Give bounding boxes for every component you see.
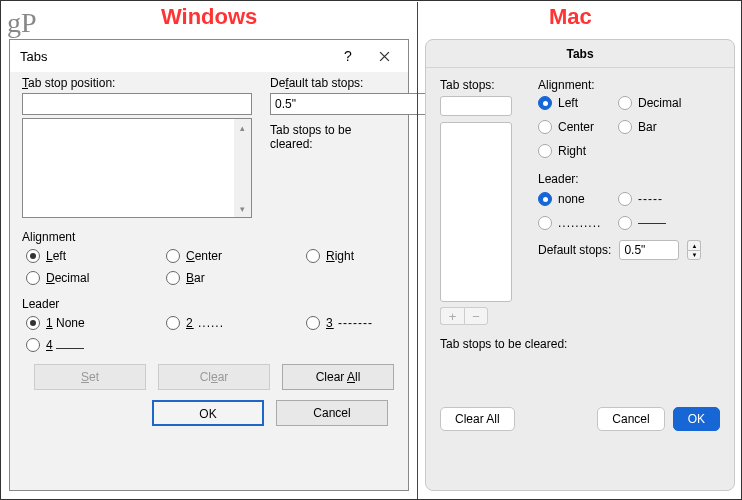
alignment-section-label: Alignment (22, 230, 396, 244)
default-stops-label: Default stops: (538, 243, 611, 257)
windows-dialog-title: Tabs (20, 49, 330, 64)
tab-stops-cleared-label: Tab stops to be cleared: (440, 337, 720, 351)
default-tab-stops-label: Default tab stops: (270, 76, 396, 90)
default-stops-stepper[interactable]: ▲ ▼ (687, 240, 701, 260)
windows-heading: Windows (161, 4, 257, 30)
cancel-button[interactable]: Cancel (276, 400, 388, 426)
clear-button[interactable]: Clear (158, 364, 270, 390)
alignment-center-radio[interactable]: Center (166, 249, 306, 263)
set-button[interactable]: Set (34, 364, 146, 390)
tab-stops-label: Tab stops: (440, 78, 518, 92)
clear-all-button[interactable]: Clear All (282, 364, 394, 390)
leader-dots-radio[interactable]: 2 ...... (166, 316, 306, 330)
listbox-scrollbar[interactable]: ▴ ▾ (234, 119, 251, 217)
windows-titlebar: Tabs ? (10, 40, 408, 72)
scroll-down-icon[interactable]: ▾ (234, 200, 251, 217)
clear-all-button[interactable]: Clear All (440, 407, 515, 431)
tab-stop-input[interactable] (440, 96, 512, 116)
alignment-left-radio[interactable]: Left (538, 96, 618, 110)
help-button[interactable]: ? (330, 42, 366, 70)
alignment-bar-radio[interactable]: Bar (166, 271, 306, 285)
leader-dots-radio[interactable]: .......... (538, 216, 618, 230)
default-tab-stops-input[interactable] (270, 93, 430, 115)
mac-dialog-title: Tabs (426, 40, 734, 68)
leader-section-label: Leader (22, 297, 396, 311)
alignment-bar-radio[interactable]: Bar (618, 120, 698, 134)
scroll-up-icon[interactable]: ▴ (234, 119, 251, 136)
tab-stop-listbox[interactable]: ▴ ▾ (22, 118, 252, 218)
stepper-up-icon[interactable]: ▲ (687, 240, 701, 250)
leader-underline-radio[interactable] (618, 216, 698, 230)
leader-dashes-radio[interactable]: 3 ------- (306, 316, 406, 330)
gp-logo: gP (7, 7, 37, 39)
add-tab-stop-button[interactable]: + (440, 307, 464, 325)
tab-stop-position-label: Tab stop position: (22, 76, 252, 90)
leader-none-radio[interactable]: none (538, 192, 618, 206)
remove-tab-stop-button[interactable]: − (464, 307, 488, 325)
alignment-decimal-radio[interactable]: Decimal (26, 271, 166, 285)
mac-tabs-dialog: Tabs Tab stops: + − Alignment: Left De (425, 39, 735, 491)
leader-dashes-radio[interactable]: ----- (618, 192, 698, 206)
windows-tabs-dialog: Tabs ? Tab stop position: ▴ ▾ (9, 39, 409, 491)
tab-stop-listbox[interactable] (440, 122, 512, 302)
close-icon (379, 51, 390, 62)
stepper-down-icon[interactable]: ▼ (687, 250, 701, 260)
leader-label: Leader: (538, 172, 720, 186)
alignment-right-radio[interactable]: Right (538, 144, 618, 158)
leader-none-radio[interactable]: 1 None (26, 316, 166, 330)
alignment-decimal-radio[interactable]: Decimal (618, 96, 698, 110)
ok-button[interactable]: OK (673, 407, 720, 431)
mac-heading: Mac (549, 4, 592, 30)
alignment-left-radio[interactable]: Left (26, 249, 166, 263)
default-stops-input[interactable] (619, 240, 679, 260)
vertical-divider (417, 2, 418, 499)
ok-button[interactable]: OK (152, 400, 264, 426)
close-button[interactable] (366, 42, 402, 70)
tab-stops-cleared-label: Tab stops to be cleared: (270, 123, 396, 151)
alignment-label: Alignment: (538, 78, 720, 92)
alignment-right-radio[interactable]: Right (306, 249, 406, 263)
cancel-button[interactable]: Cancel (597, 407, 664, 431)
alignment-center-radio[interactable]: Center (538, 120, 618, 134)
leader-underline-radio[interactable]: 4 (26, 338, 166, 352)
tab-stop-position-input[interactable] (22, 93, 252, 115)
